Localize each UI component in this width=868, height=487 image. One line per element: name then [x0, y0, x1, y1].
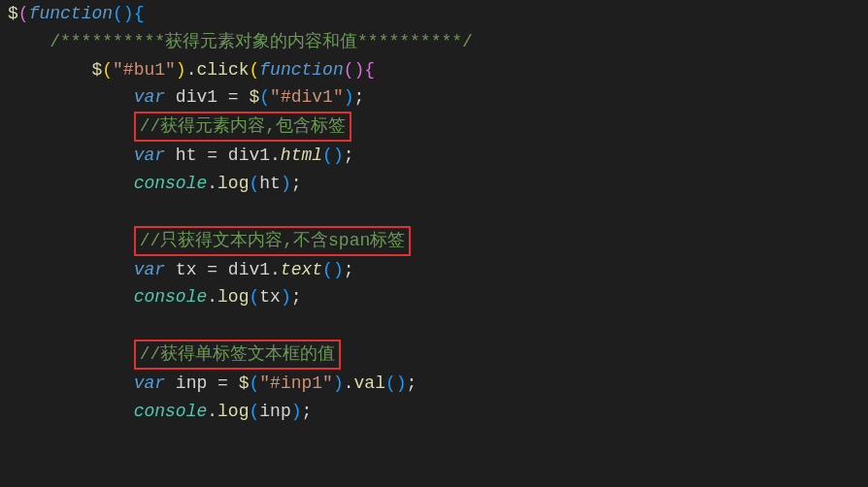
code-token: ): [281, 174, 291, 193]
code-token: var: [134, 146, 165, 165]
code-token: (): [344, 60, 365, 80]
comment-line: //获得元素内容,包含标签: [140, 116, 346, 136]
code-token: $: [239, 373, 250, 393]
code-token: (: [249, 174, 259, 193]
comment-line: //获得单标签文本框的值: [140, 344, 336, 364]
code-token: (: [259, 87, 270, 107]
code-token: .: [186, 60, 197, 80]
code-token: ;: [407, 373, 417, 393]
code-token: html: [281, 146, 322, 165]
code-token: console: [134, 174, 208, 193]
code-token: log: [217, 287, 249, 307]
code-token: ht = div1.: [165, 146, 281, 165]
code-token: ): [333, 373, 344, 393]
code-token: (): [322, 260, 344, 279]
code-token: ;: [344, 260, 354, 279]
code-token: tx = div1.: [165, 260, 281, 279]
code-token: .: [207, 174, 217, 193]
code-token: tx: [259, 287, 281, 307]
code-token: "#div1": [270, 87, 344, 107]
code-token: ;: [302, 402, 313, 421]
code-token: (: [249, 287, 259, 307]
code-token: ): [176, 60, 186, 80]
highlighted-comment: //获得元素内容,包含标签: [134, 112, 351, 142]
code-token: function: [29, 4, 113, 23]
code-token: var: [134, 373, 165, 393]
code-token: "#bu1": [113, 60, 176, 80]
code-token: .: [344, 373, 354, 393]
code-token: $: [249, 87, 259, 107]
code-token: ;: [291, 174, 302, 193]
code-token: "#inp1": [259, 373, 333, 393]
code-token: {: [364, 60, 375, 80]
code-token: inp =: [165, 373, 239, 393]
highlighted-comment: //获得单标签文本框的值: [134, 340, 342, 370]
code-token: var: [134, 260, 165, 279]
code-token: click: [196, 60, 249, 80]
code-token: ): [281, 287, 291, 307]
code-token: function: [259, 60, 343, 80]
code-token: (): [385, 373, 407, 393]
code-token: var: [134, 87, 165, 107]
code-token: ;: [344, 146, 354, 165]
code-token: (: [18, 4, 29, 23]
code-token: val: [354, 373, 385, 393]
code-token: ;: [291, 287, 302, 307]
code-token: (: [250, 60, 260, 80]
code-token: text: [281, 260, 322, 279]
code-token: div1 =: [165, 87, 249, 107]
highlighted-comment: //只获得文本内容,不含span标签: [134, 226, 412, 256]
code-token: (): [113, 4, 134, 23]
code-token: log: [217, 174, 249, 193]
code-token: ): [291, 402, 302, 421]
code-editor[interactable]: $(function(){ /**********获得元素对象的内容和值****…: [0, 0, 868, 426]
code-token: (: [249, 373, 259, 393]
code-token: ): [344, 87, 354, 107]
code-token: inp: [259, 402, 290, 421]
code-token: console: [134, 287, 208, 307]
code-token: .: [207, 287, 217, 307]
code-token: ;: [354, 87, 365, 107]
code-token: (: [102, 60, 113, 80]
code-token: {: [134, 4, 145, 23]
code-token: .: [207, 402, 217, 421]
code-token: $: [91, 60, 102, 80]
code-token: (: [249, 402, 259, 421]
code-token: log: [217, 402, 249, 421]
code-token: ht: [259, 174, 281, 193]
comment-line: /**********获得元素对象的内容和值**********/: [50, 32, 473, 51]
code-token: $: [8, 4, 18, 23]
code-token: (): [322, 146, 344, 165]
comment-line: //只获得文本内容,不含span标签: [140, 231, 406, 250]
code-token: console: [134, 402, 208, 421]
